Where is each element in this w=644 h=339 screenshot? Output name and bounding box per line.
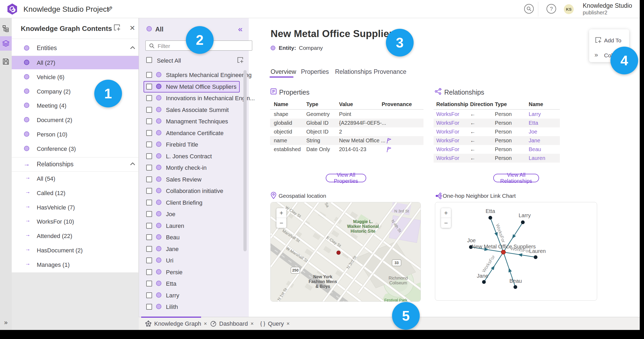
item-checkbox[interactable]	[146, 200, 152, 205]
map[interactable]: W Clay StSaN 3rd StN 4th StMarshall StE …	[271, 202, 421, 302]
table-link[interactable]: WorksFor	[436, 111, 459, 117]
list-item-sales-review[interactable]: Sales Review	[139, 174, 249, 185]
tab-provenance[interactable]: Provenance	[374, 68, 406, 75]
view-all-relationships-button[interactable]: View All Relationships	[493, 174, 539, 182]
item-checkbox[interactable]	[146, 211, 152, 217]
sidebar-item-worksfor-10-[interactable]: →WorksFor (10)	[12, 215, 139, 228]
collapse-panel-icon[interactable]: «	[238, 25, 243, 34]
list-item-lauren[interactable]: Lauren	[139, 220, 249, 232]
add-to-map-icon[interactable]	[237, 56, 244, 65]
zoom-out-button[interactable]: −	[276, 218, 286, 228]
sidebar-item-hasvehicle-7-[interactable]: →HasVehicle (7)	[12, 201, 139, 214]
zoom-in-button[interactable]: +	[276, 208, 286, 218]
table-link[interactable]: Etta	[529, 120, 538, 126]
table-row[interactable]: shapeGeometryPoint	[270, 110, 423, 119]
zoom-out-button[interactable]: −	[441, 218, 451, 228]
item-checkbox[interactable]	[146, 246, 152, 252]
table-link[interactable]: Jane	[529, 138, 540, 144]
expand-rail-icon[interactable]: »	[0, 315, 12, 330]
list-item-larry[interactable]: Larry	[139, 290, 249, 301]
item-checkbox[interactable]	[146, 269, 152, 275]
list-item-staplers-mechanical-engineering[interactable]: Staplers Mechanical Engineering	[139, 69, 249, 81]
item-checkbox[interactable]	[146, 153, 152, 159]
list-item-beau[interactable]: Beau	[139, 232, 249, 243]
table-row[interactable]: WorksFor←PersonLauren	[434, 154, 560, 163]
avatar[interactable]: KS	[564, 4, 574, 14]
list-item-sales-associate-summit[interactable]: Sales Associate Summit	[139, 104, 249, 116]
sidebar-item-all-54-[interactable]: →All (54)	[12, 172, 139, 185]
bottom-tab-query[interactable]: { }Query×	[258, 317, 292, 330]
item-checkbox[interactable]	[146, 188, 152, 194]
table-link[interactable]: Lauren	[529, 155, 545, 161]
edit-pencil-icon[interactable]: ✎	[107, 5, 113, 14]
list-item-lilith[interactable]: Lilith	[139, 301, 249, 313]
item-checkbox[interactable]	[146, 304, 152, 310]
close-tab-icon[interactable]: ×	[204, 321, 207, 327]
table-link[interactable]: WorksFor	[436, 120, 459, 126]
sidebar-item-attended-22-[interactable]: →Attended (22)	[12, 229, 139, 243]
list-item-innovations-in-mechanical-engin-[interactable]: Innovations in Mechanical Engin...	[139, 92, 249, 104]
sidebar-item-called-12-[interactable]: →Called (12)	[12, 186, 139, 200]
item-checkbox[interactable]	[146, 130, 152, 136]
list-item-l-jones-contract[interactable]: L. Jones Contract	[139, 151, 249, 162]
list-item-etta[interactable]: Etta	[139, 278, 249, 289]
item-checkbox[interactable]	[146, 223, 152, 229]
chevron-up-icon[interactable]	[130, 46, 135, 50]
save-icon[interactable]	[0, 54, 12, 69]
item-checkbox[interactable]	[146, 118, 152, 124]
sidebar-item-manages-1-[interactable]: →Manages (1)	[12, 258, 139, 271]
list-item-uri[interactable]: Uri	[139, 255, 249, 266]
provenance-flag-icon[interactable]	[386, 138, 391, 144]
list-item-managment-techniques[interactable]: Managment Techniques	[139, 116, 249, 127]
table-link[interactable]: WorksFor	[436, 146, 459, 152]
bottom-tab-knowledge-graph[interactable]: Knowledge Graph×	[143, 317, 209, 330]
add-to-menu-item[interactable]: Add To	[604, 37, 621, 44]
item-checkbox[interactable]	[146, 142, 152, 147]
zoom-in-button[interactable]: +	[441, 208, 451, 218]
table-row[interactable]: nameStringNew Metal Office ...	[270, 136, 423, 145]
table-link[interactable]: Beau	[529, 146, 541, 152]
link-chart[interactable]: EttaLarryJoeLaurenJaneBeauWorksForWorksF…	[435, 202, 597, 301]
item-checkbox[interactable]	[146, 176, 152, 182]
table-link[interactable]: WorksFor	[436, 129, 459, 135]
list-item-joe[interactable]: Joe	[139, 208, 249, 220]
help-icon[interactable]: ?	[547, 4, 556, 14]
list-item-attendance-certificate[interactable]: Attendance Certificate	[139, 127, 249, 139]
list-item-new-metal-office-suppliers[interactable]: New Metal Office Suppliers	[139, 81, 249, 92]
list-item-client-briefing[interactable]: Client Briefing	[139, 197, 249, 208]
layers-icon[interactable]	[0, 36, 12, 51]
item-checkbox[interactable]	[146, 292, 152, 298]
item-checkbox[interactable]	[146, 72, 152, 78]
sidebar-item-all-27-[interactable]: All (27)	[12, 56, 139, 69]
table-row[interactable]: WorksFor←PersonJane	[434, 136, 560, 145]
item-checkbox[interactable]	[146, 257, 152, 263]
table-row[interactable]: WorksFor←PersonBeau	[434, 145, 560, 154]
close-panel-icon[interactable]: ✕	[129, 24, 135, 32]
view-all-properties-button[interactable]: View All Properties	[326, 174, 366, 182]
list-item-montly-check-in[interactable]: Montly check-in	[139, 162, 249, 173]
table-row[interactable]: globalidGlobal ID{A228944F-0EF5-...	[270, 119, 423, 127]
table-link[interactable]: Joe	[529, 129, 537, 135]
item-checkbox[interactable]	[146, 95, 152, 101]
link-chart-card[interactable]: EttaLarryJoeLaurenJaneBeauWorksForWorksF…	[435, 202, 597, 301]
table-row[interactable]: WorksFor←PersonEtta	[434, 119, 560, 127]
item-checkbox[interactable]	[146, 84, 152, 90]
sidebar-item-conference-3-[interactable]: Conference (3)	[12, 142, 139, 155]
list-item-collaboration-initiative[interactable]: Collaboration initiative	[139, 185, 249, 197]
tab-properties[interactable]: Properties	[301, 68, 329, 75]
map-card[interactable]: W Clay StSaN 3rd StN 4th StMarshall StE …	[270, 202, 421, 302]
table-link[interactable]: WorksFor	[436, 138, 459, 144]
tab-overview[interactable]: Overview	[271, 68, 296, 75]
add-to-map-icon[interactable]	[113, 23, 121, 33]
provenance-flag-icon[interactable]	[386, 147, 391, 152]
table-link[interactable]: Larry	[529, 111, 541, 117]
table-row[interactable]: WorksFor←PersonLarry	[434, 110, 560, 119]
sidebar-item-hasdocument-2-[interactable]: →HasDocument (2)	[12, 244, 139, 257]
select-all-checkbox[interactable]	[146, 57, 152, 63]
item-checkbox[interactable]	[146, 281, 152, 286]
table-link[interactable]: WorksFor	[436, 155, 459, 161]
relationships-section-header[interactable]: →Relationships	[12, 158, 139, 171]
chevron-up-icon[interactable]	[130, 162, 135, 166]
item-checkbox[interactable]	[146, 234, 152, 240]
sidebar-item-document-2-[interactable]: Document (2)	[12, 113, 139, 127]
